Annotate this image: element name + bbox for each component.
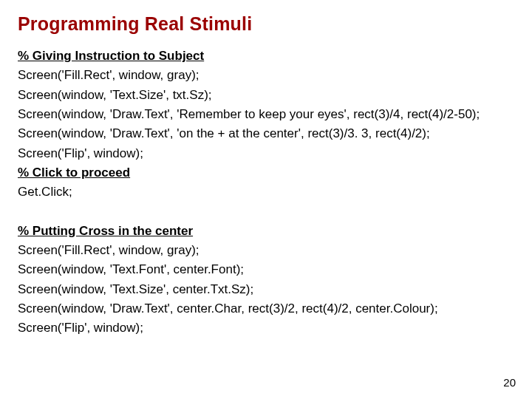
comment-line: % Giving Instruction to Subject bbox=[18, 47, 514, 66]
code-line: Screen(window, 'Draw.Text', center.Char,… bbox=[18, 299, 514, 318]
code-line: Screen('Fill.Rect', window, gray); bbox=[18, 66, 514, 85]
code-line: Screen(window, 'Text.Font', center.Font)… bbox=[18, 260, 514, 279]
slide: Programming Real Stimuli % Giving Instru… bbox=[0, 0, 532, 399]
code-line: Screen(window, 'Text.Size', txt.Sz); bbox=[18, 86, 514, 105]
comment-line: % Putting Cross in the center bbox=[18, 222, 514, 241]
code-line: Screen('Fill.Rect', window, gray); bbox=[18, 241, 514, 260]
slide-title: Programming Real Stimuli bbox=[18, 13, 514, 35]
code-line: Screen(window, 'Text.Size', center.Txt.S… bbox=[18, 280, 514, 299]
page-number: 20 bbox=[503, 376, 516, 389]
code-line: Screen(window, 'Draw.Text', 'Remember to… bbox=[18, 105, 514, 124]
code-line: Get.Click; bbox=[18, 183, 514, 202]
comment-line: % Click to proceed bbox=[18, 163, 514, 183]
section-instruction: % Giving Instruction to Subject Screen('… bbox=[18, 47, 514, 202]
code-line: Screen('Flip', window); bbox=[18, 318, 514, 338]
code-line: Screen('Flip', window); bbox=[18, 144, 514, 163]
code-line: Screen(window, 'Draw.Text', 'on the + at… bbox=[18, 124, 514, 143]
section-cross: % Putting Cross in the center Screen('Fi… bbox=[18, 222, 514, 338]
